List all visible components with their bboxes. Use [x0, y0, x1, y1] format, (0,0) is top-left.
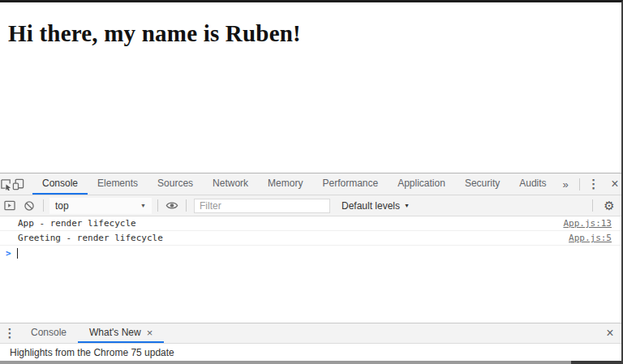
clear-console-button[interactable] — [19, 200, 39, 212]
tab-audits[interactable]: Audits — [509, 173, 556, 195]
log-levels-value: Default levels — [342, 200, 400, 212]
javascript-context-dropdown[interactable]: top ▼ — [49, 198, 152, 214]
tab-sources[interactable]: Sources — [148, 173, 203, 195]
live-expression-button[interactable] — [162, 200, 182, 211]
toolbar-separator — [43, 199, 44, 212]
clear-console-icon — [24, 200, 35, 212]
console-prompt[interactable]: > — [0, 246, 621, 260]
close-tab-icon[interactable]: × — [147, 327, 153, 339]
console-message-row: App - render lifecycle App.js:13 — [0, 216, 621, 231]
toolbar-separator — [186, 199, 187, 212]
device-toolbar-icon — [12, 178, 24, 191]
chevron-down-icon: ▼ — [140, 203, 146, 208]
browser-window: Hi there, my name is Ruben! — [0, 0, 623, 364]
tab-label: Console — [42, 178, 78, 189]
tab-label: Performance — [322, 178, 378, 189]
inspect-cursor-icon — [0, 178, 12, 191]
tab-label: Sources — [157, 178, 193, 189]
device-toolbar-button[interactable] — [12, 173, 24, 195]
console-message-text: Greeting - render lifecycle — [18, 233, 163, 243]
page-heading: Hi there, my name is Ruben! — [8, 20, 621, 47]
console-settings-gear-icon[interactable]: ⚙ — [597, 199, 621, 213]
text-caret — [17, 248, 18, 259]
console-message-text: App - render lifecycle — [18, 218, 136, 229]
whats-new-header-text: Highlights from the Chrome 75 update — [10, 347, 174, 358]
console-toolbar: top ▼ Default levels ▼ ⚙ — [0, 195, 621, 216]
devtools-menu-icon[interactable]: ⋮ — [584, 173, 604, 195]
devtools-tabbar: Console Elements Sources Network Memory … — [0, 173, 621, 195]
console-empty-area[interactable] — [0, 260, 621, 323]
tab-security[interactable]: Security — [455, 173, 509, 195]
devtools-close-icon[interactable]: × — [604, 173, 623, 195]
source-link[interactable]: App.js:13 — [563, 218, 612, 229]
tab-label: What's New — [89, 327, 141, 338]
tab-application[interactable]: Application — [388, 173, 455, 195]
tab-label: Security — [465, 178, 500, 189]
tabbar-right-controls: ⋮ × — [575, 173, 623, 195]
web-page-viewport: Hi there, my name is Ruben! — [0, 2, 621, 173]
tab-network[interactable]: Network — [203, 173, 258, 195]
console-sidebar-toggle-button[interactable] — [0, 200, 19, 211]
source-link[interactable]: App.js:5 — [569, 233, 612, 243]
console-message-row: Greeting - render lifecycle App.js:5 — [0, 231, 621, 246]
tab-memory[interactable]: Memory — [258, 173, 312, 195]
tab-label: Memory — [268, 178, 303, 189]
prompt-chevron-icon: > — [6, 248, 11, 259]
console-output: App - render lifecycle App.js:13 Greetin… — [0, 216, 621, 323]
tab-label: Application — [397, 178, 445, 189]
chevron-down-icon: ▼ — [404, 203, 410, 208]
drawer-spacer — [164, 323, 599, 343]
tab-elements[interactable]: Elements — [88, 173, 148, 195]
tab-label: Network — [213, 178, 248, 189]
tab-console[interactable]: Console — [32, 173, 88, 195]
drawer-menu-icon[interactable]: ⋮ — [0, 323, 19, 343]
console-filter-input[interactable] — [194, 199, 330, 213]
drawer-tab-whats-new[interactable]: What's New × — [78, 323, 164, 343]
window-bottom-edge — [0, 361, 621, 364]
console-sidebar-icon — [4, 200, 15, 211]
devtools-panel: Console Elements Sources Network Memory … — [0, 173, 621, 361]
toolbar-separator — [157, 199, 158, 212]
more-tabs-icon[interactable]: » — [556, 173, 575, 195]
log-levels-dropdown[interactable]: Default levels ▼ — [342, 200, 410, 212]
tab-performance[interactable]: Performance — [312, 173, 388, 195]
drawer-tabbar: ⋮ Console What's New × × — [0, 323, 621, 344]
context-value: top — [55, 200, 69, 212]
inspect-element-button[interactable] — [0, 173, 12, 195]
tab-label: Elements — [97, 178, 138, 189]
drawer-tab-console[interactable]: Console — [19, 323, 78, 343]
toolbar-separator — [579, 178, 580, 191]
eye-icon — [165, 200, 178, 211]
tab-label: Audits — [519, 178, 546, 189]
whats-new-header: Highlights from the Chrome 75 update — [0, 344, 621, 361]
tab-label: Console — [31, 327, 67, 338]
toolbar-separator — [592, 199, 593, 212]
drawer-close-icon[interactable]: × — [599, 323, 621, 343]
